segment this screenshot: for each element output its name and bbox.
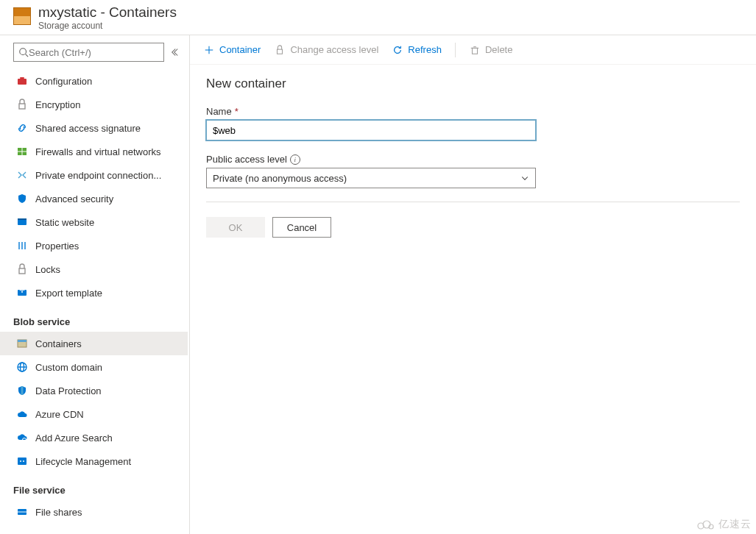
- svg-rect-30: [472, 48, 477, 54]
- info-icon[interactable]: i: [290, 154, 300, 165]
- shield-icon: [16, 193, 28, 204]
- sidebar-item-firewalls-and-virtual-networks[interactable]: Firewalls and virtual networks: [0, 140, 188, 163]
- page-header: mxystatic - Containers Storage account: [0, 0, 756, 35]
- svg-rect-29: [278, 49, 283, 54]
- sidebar-item-custom-domain[interactable]: Custom domain: [0, 355, 188, 379]
- sidebar-item-label: Lifecycle Management: [35, 456, 131, 467]
- globe-icon: [16, 361, 28, 373]
- new-container-panel: New container Name* Public access level …: [190, 65, 756, 249]
- sidebar-item-label: Configuration: [35, 76, 92, 87]
- sidebar-item-add-azure-search[interactable]: Add Azure Search: [0, 426, 188, 449]
- sidebar-item-label: Export template: [35, 288, 102, 299]
- public-access-level-select[interactable]: Private (no anonymous access): [206, 168, 536, 188]
- trash-icon: [469, 44, 481, 56]
- sliders-icon: [16, 240, 28, 252]
- ok-button: OK: [206, 217, 265, 238]
- delete-label: Delete: [485, 44, 513, 55]
- search-cloud-icon: [16, 432, 28, 444]
- add-container-button[interactable]: Container: [203, 44, 261, 56]
- sidebar-item-label: Add Azure Search: [35, 432, 113, 444]
- refresh-button[interactable]: Refresh: [392, 44, 442, 56]
- sidebar-item-label: Custom domain: [35, 362, 102, 373]
- lock-icon: [16, 263, 28, 275]
- sidebar-group: Blob service: [0, 305, 188, 332]
- sidebar: ConfigurationEncryptionShared access sig…: [0, 35, 190, 534]
- shield2-icon: [16, 385, 28, 396]
- panel-title: New container: [206, 76, 740, 91]
- search-box[interactable]: [13, 43, 164, 62]
- name-label: Name*: [206, 106, 536, 117]
- sidebar-item-label: Encryption: [35, 99, 80, 110]
- sidebar-item-export-template[interactable]: Export template: [0, 281, 188, 305]
- search-input[interactable]: [29, 47, 159, 58]
- sidebar-item-properties[interactable]: Properties: [0, 234, 188, 257]
- sidebar-item-label: Locks: [35, 264, 60, 275]
- delete-button: Delete: [469, 44, 513, 56]
- sidebar-item-label: Data Protection: [35, 385, 102, 396]
- fileshare-icon: [16, 506, 28, 518]
- sidebar-item-static-website[interactable]: Static website: [0, 210, 188, 234]
- search-icon: [18, 47, 29, 57]
- cancel-button[interactable]: Cancel: [272, 217, 331, 238]
- sidebar-item-label: Shared access signature: [35, 123, 141, 134]
- lock-icon: [16, 99, 28, 110]
- sidebar-item-label: Firewalls and virtual networks: [35, 146, 161, 157]
- website-icon: [16, 216, 28, 228]
- svg-rect-16: [18, 340, 27, 342]
- svg-point-23: [20, 460, 21, 462]
- main-content: Container Change access level Refresh De: [190, 35, 756, 534]
- sidebar-item-data-protection[interactable]: Data Protection: [0, 379, 188, 402]
- sidebar-item-label: Properties: [35, 241, 79, 252]
- sidebar-item-locks[interactable]: Locks: [0, 257, 188, 281]
- sidebar-item-shared-access-signature[interactable]: Shared access signature: [0, 116, 188, 140]
- public-access-level-value: Private (no anonymous access): [213, 173, 347, 184]
- sidebar-item-containers[interactable]: Containers: [0, 332, 188, 355]
- change-access-level-button: Change access level: [274, 44, 378, 56]
- svg-rect-22: [18, 458, 27, 465]
- sidebar-item-label: Static website: [35, 217, 94, 228]
- svg-line-21: [26, 441, 27, 443]
- add-container-label: Container: [219, 44, 261, 55]
- command-bar: Container Change access level Refresh De: [190, 35, 756, 65]
- link-icon: [16, 122, 28, 134]
- svg-rect-4: [19, 104, 25, 109]
- sidebar-item-label: Advanced security: [35, 193, 113, 204]
- chevron-down-icon: [520, 174, 529, 182]
- plus-icon: [203, 44, 215, 56]
- briefcase-icon: [16, 75, 28, 87]
- sidebar-collapse-button[interactable]: [170, 46, 182, 58]
- svg-rect-9: [18, 218, 27, 220]
- header-titles: mxystatic - Containers Storage account: [38, 4, 177, 31]
- page-subtitle: Storage account: [38, 21, 177, 31]
- sidebar-item-azure-cdn[interactable]: Azure CDN: [0, 402, 188, 426]
- endpoint-icon: [16, 169, 28, 181]
- svg-rect-13: [19, 268, 25, 274]
- sidebar-item-lifecycle-management[interactable]: Lifecycle Management: [0, 449, 188, 473]
- refresh-label: Refresh: [408, 44, 442, 55]
- lock-icon: [274, 44, 286, 56]
- page-title: mxystatic - Containers: [38, 4, 177, 21]
- lifecycle-icon: [16, 455, 28, 467]
- sidebar-item-configuration[interactable]: Configuration: [0, 69, 188, 93]
- svg-rect-3: [20, 77, 24, 79]
- sidebar-item-label: Azure CDN: [35, 409, 84, 420]
- sidebar-item-advanced-security[interactable]: Advanced security: [0, 187, 188, 210]
- command-separator: [455, 43, 456, 57]
- sidebar-group: File service: [0, 473, 188, 500]
- export-icon: [16, 287, 28, 299]
- sidebar-item-label: Containers: [35, 338, 82, 349]
- storage-account-icon: [13, 7, 31, 25]
- sidebar-item-private-endpoint-connection-[interactable]: Private endpoint connection...: [0, 163, 188, 187]
- cloud-icon: [16, 408, 28, 420]
- svg-line-1: [26, 54, 29, 57]
- sidebar-item-file-shares[interactable]: File shares: [0, 500, 188, 524]
- sidebar-item-label: File shares: [35, 507, 82, 518]
- svg-point-24: [23, 460, 24, 462]
- svg-rect-2: [18, 79, 27, 85]
- refresh-icon: [392, 44, 403, 56]
- container-icon: [16, 338, 28, 349]
- sidebar-item-encryption[interactable]: Encryption: [0, 93, 188, 116]
- svg-point-0: [20, 49, 27, 55]
- firewall-icon: [16, 146, 28, 157]
- name-input[interactable]: [206, 120, 536, 140]
